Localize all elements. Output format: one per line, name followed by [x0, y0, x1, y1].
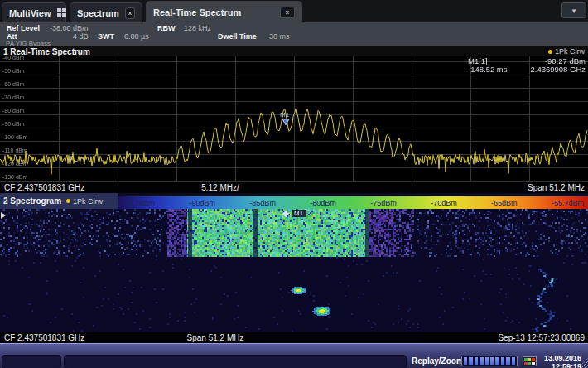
- y-axis-label: -70 dBm: [2, 94, 24, 100]
- rbw-label[interactable]: RBW: [157, 24, 176, 32]
- y-axis-label: -40 dBm: [2, 55, 24, 61]
- dwell-time-value[interactable]: 30 ms: [269, 32, 290, 41]
- color-scale-bar: -95.7dBm-90dBm-85dBm-80dBm-75dBm-70dBm-6…: [118, 196, 588, 209]
- window1-header[interactable]: 1 Real-Time Spectrum 1Pk Clrw: [0, 46, 588, 56]
- y-axis-label: -60 dBm: [2, 81, 24, 87]
- ref-level-value[interactable]: -36.00 dBm: [50, 24, 89, 32]
- replay-spectrogram-icon[interactable]: [523, 356, 537, 366]
- progress-segment: [512, 357, 515, 365]
- dwell-time-label[interactable]: Dwell Time: [218, 32, 257, 41]
- swt-value[interactable]: 6.88 µs: [124, 32, 149, 41]
- color-scale-label: -55.7dBm: [552, 199, 584, 207]
- tab-overflow-button[interactable]: ▾: [561, 2, 586, 18]
- tab-realtime-spectrum-label: Real-Time Spectrum: [153, 7, 241, 17]
- swt-label[interactable]: SWT: [98, 32, 114, 41]
- freq-per-division[interactable]: 5.12 MHz/: [201, 183, 239, 192]
- color-scale-label: -70dBm: [431, 199, 457, 207]
- color-scale-label: -80dBm: [310, 199, 336, 207]
- marker-freq: 2.4369908 GHz: [530, 65, 586, 74]
- status-field-message[interactable]: [64, 355, 407, 368]
- marker-time: -148.52 ms: [468, 65, 508, 74]
- color-scale-label: -95.7dBm: [123, 199, 155, 207]
- tab-spectrum[interactable]: Spectrum x: [70, 2, 142, 22]
- window2-title-block: 2 Spectrogram 1Pk Clrw: [0, 193, 118, 209]
- status-field-left[interactable]: [2, 355, 61, 368]
- close-tab-icon[interactable]: x: [280, 7, 295, 18]
- progress-segment: [501, 357, 504, 365]
- progress-segment: [469, 357, 472, 365]
- tab-bar: MultiView Spectrum x Real-Time Spectrum …: [0, 0, 588, 22]
- window2-header[interactable]: 2 Spectrogram 1Pk Clrw -95.7dBm-90dBm-85…: [0, 193, 588, 209]
- progress-segment: [495, 357, 499, 365]
- multiview-grid-icon: [57, 8, 66, 17]
- window1-trace-legend: 1Pk Clrw: [548, 47, 585, 56]
- time-value: 12:59:19: [544, 362, 581, 368]
- trace-label: 1Pk Clrw: [555, 47, 585, 56]
- progress-segment: [475, 357, 478, 365]
- progress-segment: [464, 357, 467, 365]
- spectrum-plot[interactable]: [0, 56, 588, 182]
- tab-multiview-label: MultiView: [9, 8, 51, 18]
- span-value[interactable]: Span 51.2 MHz: [528, 183, 585, 192]
- y-axis-label: -80 dBm: [2, 108, 24, 114]
- window2-trace-legend: 1Pk Clrw: [66, 197, 103, 206]
- progress-segment: [485, 357, 489, 365]
- trace-color-icon: [66, 199, 70, 203]
- y-axis-label: -110 dBm: [2, 148, 27, 153]
- y-axis-label: -90 dBm: [2, 121, 24, 127]
- spectrogram-plot[interactable]: [0, 209, 588, 332]
- progress-segment: [506, 357, 509, 365]
- att-value[interactable]: 4 dB: [73, 32, 89, 41]
- close-tab-icon[interactable]: x: [125, 7, 135, 19]
- progress-segment: [490, 357, 494, 365]
- trace-label: 1Pk Clrw: [73, 197, 103, 206]
- window2-title: 2 Spectrogram: [3, 196, 61, 206]
- color-scale-label: -90dBm: [189, 199, 215, 207]
- replay-zoom-label: Replay/Zoom: [412, 356, 464, 366]
- color-scale-label: -85dBm: [249, 199, 276, 207]
- rbw-value[interactable]: 128 kHz: [184, 24, 211, 32]
- marker-readout: M1[1] -90.27 dBm -148.52 ms 2.4369908 GH…: [468, 57, 586, 74]
- spectrum-analyzer-app: MultiView Spectrum x Real-Time Spectrum …: [0, 0, 588, 368]
- y-axis-label: -100 dBm: [2, 134, 27, 140]
- tab-spectrum-label: Spectrum: [77, 8, 119, 18]
- center-frequency[interactable]: CF 2.437501831 GHz: [4, 333, 84, 342]
- y-axis-label: -130 dBm: [2, 174, 27, 180]
- color-scale-label: -65dBm: [491, 199, 518, 207]
- current-frame-arrow-icon: [1, 212, 6, 219]
- tab-realtime-spectrum[interactable]: Real-Time Spectrum x: [146, 1, 302, 22]
- frame-timestamp: Sep-13 12:57:23.00869: [498, 333, 585, 342]
- trace-color-icon: [548, 50, 552, 54]
- span-value[interactable]: Span 51.2 MHz: [187, 333, 244, 342]
- progress-segment: [480, 357, 483, 365]
- ref-level-label[interactable]: Ref Level: [7, 24, 40, 32]
- window2-footer: CF 2.437501831 GHz Span 51.2 MHz Sep-13 …: [0, 332, 588, 343]
- date-time: 13.09.2016 12:59:19: [544, 354, 581, 368]
- settings-bar: Ref Level -36.00 dBm RBW 128 kHz Att 4 d…: [0, 22, 588, 46]
- color-scale-label: -75dBm: [370, 199, 397, 207]
- tab-multiview[interactable]: MultiView: [2, 2, 66, 22]
- replay-progress-bar[interactable]: [461, 356, 518, 366]
- center-frequency[interactable]: CF 2.437501831 GHz: [4, 183, 84, 192]
- window1-footer: CF 2.437501831 GHz 5.12 MHz/ Span 51.2 M…: [0, 182, 588, 193]
- date-value: 13.09.2016: [544, 354, 581, 362]
- status-bar: Replay/Zoom 13.09.2016 12:59:19: [0, 343, 588, 368]
- y-axis-label: -120 dBm: [2, 161, 27, 167]
- y-axis-label: -50 dBm: [2, 68, 24, 74]
